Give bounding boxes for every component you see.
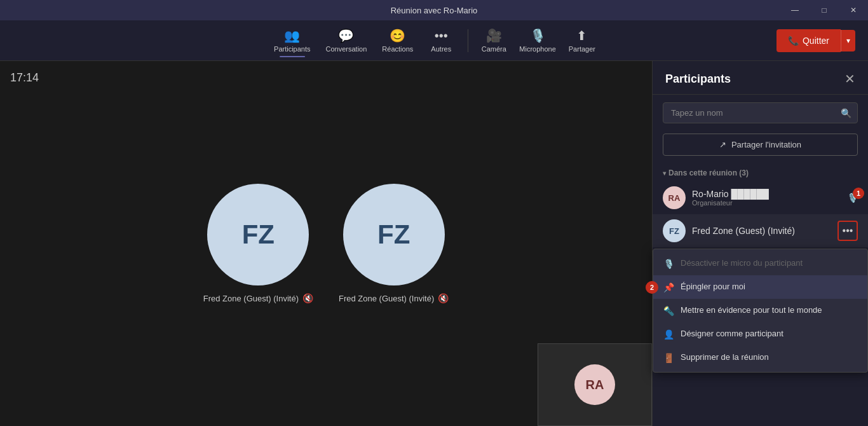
context-menu: 🎙️ Désactiver le micro du participant 2 … — [653, 249, 868, 373]
maximize-button[interactable]: □ — [810, 0, 839, 20]
camera-label: Caméra — [482, 45, 506, 53]
close-button[interactable]: ✕ — [839, 0, 868, 20]
conversation-label: Conversation — [326, 45, 367, 53]
participant-actions: 🎙️ 1 — [847, 193, 858, 203]
participants-label: Participants — [274, 45, 310, 53]
participant-info: Fred Zone (Guest) (Invité) — [692, 226, 831, 236]
participant-item[interactable]: RA Ro-Mario ██████ Organisateur 🎙️ 1 — [653, 181, 868, 214]
designate-icon: 👤 — [663, 329, 674, 340]
tile-name: Fred Zone (Guest) (Invité) — [339, 294, 434, 303]
participants-icon: 👥 — [284, 28, 300, 43]
share-label: Partager — [569, 45, 595, 53]
video-tiles: FZ Fred Zone (Guest) (Invité) 🔇 FZ Fred … — [203, 61, 449, 426]
section-label-text: Dans cette réunion (3) — [668, 168, 749, 177]
context-menu-item-mute: 🎙️ Désactiver le micro du participant — [653, 252, 867, 275]
badge-2: 2 — [646, 281, 658, 294]
more-options-button[interactable]: ••• — [837, 221, 858, 241]
quit-dropdown-button[interactable]: ▾ — [841, 30, 855, 52]
participant-name: Fred Zone (Guest) (Invité) — [692, 226, 831, 236]
participant-role: Organisateur — [692, 199, 841, 207]
mute-label: Désactiver le micro du participant — [681, 258, 803, 268]
spotlight-label: Mettre en évidence pour tout le monde — [681, 305, 822, 315]
window-controls: — □ ✕ — [780, 0, 868, 20]
conversation-icon: 💬 — [338, 28, 354, 43]
video-tile: FZ Fred Zone (Guest) (Invité) 🔇 — [339, 184, 449, 303]
tile-label: Fred Zone (Guest) (Invité) 🔇 — [203, 293, 313, 303]
window-title: Réunion avec Ro-Mario — [391, 6, 478, 15]
avatar: FZ — [207, 184, 309, 285]
self-avatar: RA — [574, 364, 615, 405]
designate-label: Désigner comme participant — [681, 329, 783, 338]
tile-label: Fred Zone (Guest) (Invité) 🔇 — [339, 293, 449, 303]
pin-label: Épingler pour moi — [681, 282, 745, 291]
quit-group: 📞 Quitter ▾ — [776, 29, 855, 52]
toolbar-separator — [468, 29, 468, 52]
toolbar-right: 📞 Quitter ▾ — [776, 29, 855, 52]
video-tile: FZ Fred Zone (Guest) (Invité) 🔇 — [203, 184, 313, 303]
minimize-button[interactable]: — — [780, 0, 810, 20]
quit-button[interactable]: 📞 Quitter — [776, 29, 841, 52]
context-menu-item-remove[interactable]: 🚪 Supprimer de la réunion — [653, 346, 867, 369]
others-button[interactable]: ••• Autres — [422, 23, 460, 58]
conversation-button[interactable]: 💬 Conversation — [320, 23, 374, 58]
context-menu-item-pin[interactable]: 📌 Épingler pour moi — [653, 275, 867, 299]
tile-name: Fred Zone (Guest) (Invité) — [203, 294, 299, 303]
participant-avatar: FZ — [663, 219, 686, 242]
participant-avatar: RA — [663, 186, 686, 209]
remove-icon: 🚪 — [663, 353, 674, 363]
camera-icon: 🎥 — [486, 28, 502, 43]
reactions-button[interactable]: 😊 Réactions — [376, 23, 419, 58]
pin-icon: 📌 — [663, 282, 674, 292]
panel-close-button[interactable]: ✕ — [844, 71, 855, 86]
participant-name: Ro-Mario ██████ — [692, 189, 841, 199]
video-area: 17:14 FZ Fred Zone (Guest) (Invité) 🔇 FZ… — [0, 61, 652, 426]
mic-off-icon: 🔇 — [438, 293, 449, 303]
quit-label: Quitter — [803, 36, 829, 46]
microphone-button[interactable]: 🎙️ Microphone — [514, 23, 560, 58]
avatar: FZ — [343, 184, 445, 285]
title-bar: Réunion avec Ro-Mario — □ ✕ — [0, 0, 868, 20]
microphone-icon: 🎙️ — [530, 28, 546, 43]
time-display: 17:14 — [10, 71, 39, 85]
panel-search: 🔍 — [663, 102, 858, 123]
panel-title: Participants — [665, 72, 731, 86]
search-input[interactable] — [663, 102, 858, 123]
self-video: RA — [538, 343, 652, 426]
camera-button[interactable]: 🎥 Caméra — [476, 23, 512, 58]
search-icon-button[interactable]: 🔍 — [841, 108, 851, 118]
participant-item[interactable]: FZ Fred Zone (Guest) (Invité) ••• — [653, 214, 868, 247]
share-invite-button[interactable]: ↗ Partager l'invitation — [663, 134, 858, 156]
microphone-label: Microphone — [519, 45, 555, 53]
share-invite-label: Partager l'invitation — [731, 140, 801, 149]
section-chevron-icon: ▾ — [663, 170, 666, 177]
self-avatar-initials: RA — [586, 378, 604, 392]
badge-1: 1 — [853, 188, 864, 199]
pin-item-wrapper: 2 📌 Épingler pour moi — [653, 275, 867, 299]
others-icon: ••• — [435, 29, 448, 43]
others-label: Autres — [431, 45, 451, 53]
context-menu-item-spotlight[interactable]: 🔦 Mettre en évidence pour tout le monde — [653, 299, 867, 322]
toolbar-center: 👥 Participants 💬 Conversation 😊 Réaction… — [268, 23, 600, 58]
participants-button[interactable]: 👥 Participants — [268, 23, 316, 58]
participant-info: Ro-Mario ██████ Organisateur — [692, 189, 841, 207]
spotlight-icon: 🔦 — [663, 306, 674, 316]
mic-off-icon: 🔇 — [302, 293, 313, 303]
share-icon: ⬆ — [576, 28, 587, 43]
share-button[interactable]: ⬆ Partager — [564, 23, 600, 58]
toolbar: 👥 Participants 💬 Conversation 😊 Réaction… — [0, 20, 868, 61]
section-label: ▾ Dans cette réunion (3) — [653, 163, 868, 181]
right-panel: Participants ✕ 🔍 ↗ Partager l'invitation… — [652, 61, 868, 426]
panel-header: Participants ✕ — [653, 61, 868, 95]
reactions-label: Réactions — [382, 45, 413, 53]
phone-icon: 📞 — [788, 36, 799, 46]
participant-2-container: FZ Fred Zone (Guest) (Invité) ••• 🎙️ Dés… — [653, 214, 868, 373]
mute-icon: 🎙️ — [663, 259, 674, 269]
reactions-icon: 😊 — [390, 28, 405, 43]
share-invite-icon: ↗ — [719, 140, 726, 149]
participant-actions: ••• — [837, 221, 858, 241]
context-menu-item-designate[interactable]: 👤 Désigner comme participant — [653, 322, 867, 346]
main-area: 17:14 FZ Fred Zone (Guest) (Invité) 🔇 FZ… — [0, 61, 868, 426]
remove-label: Supprimer de la réunion — [681, 352, 769, 362]
